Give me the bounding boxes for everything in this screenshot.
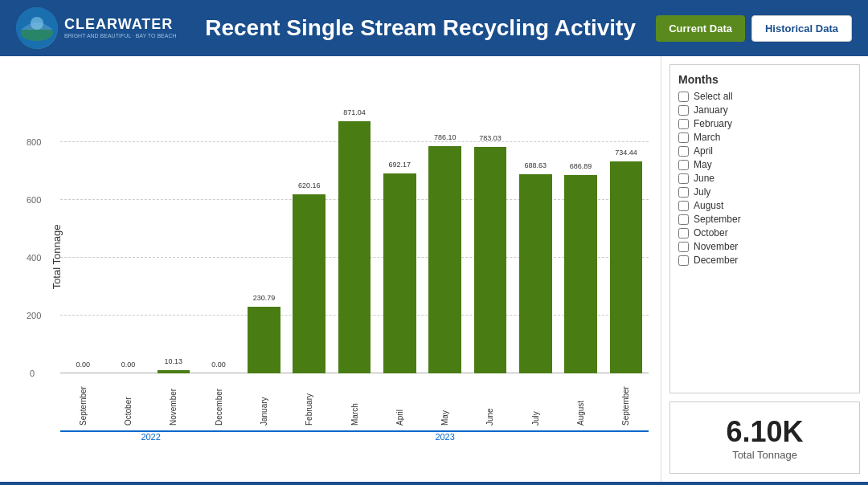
bar-september-2023: 734.44: [610, 161, 643, 373]
checkbox-item-may[interactable]: May: [678, 159, 851, 170]
checkbox-item-march[interactable]: March: [678, 132, 851, 143]
checkbox-item-february[interactable]: February: [678, 118, 851, 129]
bar-february-2023: 620.16: [293, 194, 326, 373]
year-labels-row: 20222023: [60, 430, 649, 442]
bar-value-0: 0.00: [76, 361, 90, 369]
main-content: Total Tonnage 0 200 400 600: [0, 56, 868, 482]
checkbox-august[interactable]: [678, 201, 689, 211]
bar-group-2: 10.13: [151, 84, 196, 373]
checkbox-april[interactable]: [678, 146, 689, 157]
checkbox-november[interactable]: [678, 242, 689, 252]
x-label-group-8: May: [423, 379, 468, 426]
x-label-group-4: January: [241, 379, 286, 426]
bar-value-6: 871.04: [343, 108, 366, 116]
checkbox-item-january[interactable]: January: [678, 104, 851, 116]
bar-group-5: 620.16: [287, 84, 332, 373]
bar-may-2023: 786.10: [428, 146, 461, 373]
checkbox-item-june[interactable]: June: [678, 173, 851, 184]
x-label-1: October: [124, 379, 133, 426]
y-tick-200: 200: [27, 311, 41, 320]
checkbox-february[interactable]: [678, 119, 689, 129]
bar-june-2023: 783.03: [474, 147, 507, 373]
header-buttons: Current Data Historical Data: [656, 15, 852, 42]
y-tick-800: 800: [27, 137, 41, 147]
bar-january-2023: 230.79: [248, 307, 280, 373]
checkbox-label-june: June: [694, 173, 714, 184]
y-tick-600: 600: [27, 195, 41, 205]
x-label-group-5: February: [287, 379, 332, 426]
bar-november-2022: 10.13: [158, 370, 190, 373]
current-data-button[interactable]: Current Data: [656, 15, 745, 42]
checkbox-may[interactable]: [678, 160, 689, 170]
total-value: 6.10K: [726, 415, 803, 449]
checkbox-december[interactable]: [678, 255, 689, 266]
bar-value-5: 620.16: [298, 181, 321, 190]
bar-group-4: 230.79: [241, 84, 286, 373]
x-labels-row: SeptemberOctoberNovemberDecemberJanuaryF…: [60, 379, 649, 426]
total-label: Total Tonnage: [732, 449, 797, 461]
checkbox-march[interactable]: [678, 132, 689, 143]
historical-data-button[interactable]: Historical Data: [751, 15, 852, 42]
checkbox-label-april: April: [694, 145, 713, 157]
bar-value-3: 0.00: [211, 361, 226, 369]
checkbox-item-july[interactable]: July: [678, 186, 851, 198]
checkbox-june[interactable]: [678, 173, 689, 184]
chart-area: Total Tonnage 0 200 400 600: [0, 56, 661, 482]
x-label-12: September: [621, 379, 630, 426]
checkbox-item-september[interactable]: September: [678, 214, 851, 225]
month-checkboxes: JanuaryFebruaryMarchAprilMayJuneJulyAugu…: [678, 104, 851, 266]
checkbox-label-february: February: [694, 118, 732, 129]
x-label-group-10: July: [513, 379, 558, 426]
bar-group-12: 734.44: [604, 84, 649, 373]
x-label-0: September: [79, 379, 88, 426]
select-all-checkbox[interactable]: [678, 92, 689, 102]
svg-point-2: [31, 17, 43, 30]
checkbox-label-january: January: [694, 104, 728, 116]
checkbox-october[interactable]: [678, 228, 689, 238]
select-all-label: Select all: [694, 91, 733, 102]
bar-value-4: 230.79: [253, 294, 276, 302]
checkbox-item-december[interactable]: December: [678, 255, 851, 266]
checkbox-label-july: July: [694, 186, 710, 198]
x-label-8: May: [440, 379, 449, 426]
x-label-2: November: [169, 379, 178, 426]
bar-value-12: 734.44: [615, 149, 637, 157]
x-label-group-0: September: [60, 379, 105, 426]
chart-container: Total Tonnage 0 200 400 600: [16, 68, 653, 446]
right-panel: Months Select all JanuaryFebruaryMarchAp…: [661, 56, 868, 482]
x-label-10: July: [531, 379, 540, 426]
checkbox-item-october[interactable]: October: [678, 227, 851, 238]
checkbox-select-all[interactable]: Select all: [678, 91, 851, 102]
bar-group-10: 688.63: [513, 84, 558, 373]
bar-group-6: 871.04: [332, 84, 377, 373]
checkbox-item-november[interactable]: November: [678, 241, 851, 252]
x-label-group-6: March: [332, 379, 377, 426]
checkbox-september[interactable]: [678, 214, 689, 225]
checkbox-label-september: September: [694, 214, 741, 225]
bar-group-7: 692.17: [377, 84, 422, 373]
checkbox-label-march: March: [694, 132, 720, 143]
checkbox-label-november: November: [694, 241, 738, 252]
checkbox-label-august: August: [694, 200, 723, 211]
checkbox-january[interactable]: [678, 105, 689, 116]
bars-container: 0.000.0010.130.00230.79620.16871.04692.1…: [60, 84, 649, 373]
checkbox-label-october: October: [694, 227, 728, 238]
checkbox-item-april[interactable]: April: [678, 145, 851, 157]
x-label-group-7: April: [377, 379, 422, 426]
x-label-11: August: [576, 379, 585, 426]
bar-april-2023: 692.17: [383, 173, 416, 373]
y-tick-400: 400: [27, 253, 41, 263]
page-title: Recent Single Stream Recycling Activity: [185, 15, 656, 41]
bar-march-2023: 871.04: [338, 121, 371, 373]
months-title: Months: [678, 73, 851, 86]
x-label-5: February: [305, 379, 313, 426]
bar-value-11: 686.89: [570, 162, 592, 170]
bar-group-9: 783.03: [468, 84, 513, 373]
checkbox-label-december: December: [694, 255, 738, 266]
bar-group-8: 786.10: [423, 84, 468, 373]
chart-inner: 0 200 400 600 800: [60, 84, 649, 373]
checkbox-july[interactable]: [678, 187, 689, 198]
logo-text: CLEARWATER BRIGHT AND BEAUTIFUL · BAY TO…: [64, 16, 177, 39]
bar-group-0: 0.00: [60, 84, 105, 373]
checkbox-item-august[interactable]: August: [678, 200, 851, 211]
